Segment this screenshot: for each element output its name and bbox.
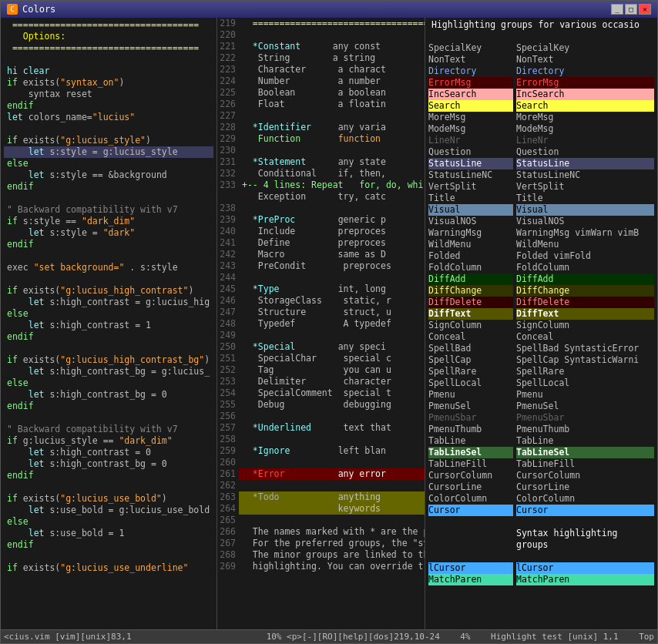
hl-demo: LineNr xyxy=(516,135,654,146)
hl-row: SpellRare SpellRare xyxy=(428,366,654,377)
code-line xyxy=(4,123,213,135)
hl-row: Directory Directory xyxy=(428,65,654,77)
code-line: endif xyxy=(4,181,213,193)
hl-demo: SpellRare xyxy=(516,366,654,377)
code-line: *Type int, long xyxy=(239,283,425,295)
code-line: let s:use_bold = g:lucius_use_bold xyxy=(4,505,213,516)
hl-name: PmenuSbar xyxy=(428,412,513,424)
hl-name: SpellLocal xyxy=(428,377,513,389)
title-bar: C Colors _ □ ✕ xyxy=(1,1,657,18)
code-line: exec "set background=" . s:style xyxy=(4,262,213,273)
hl-name: CursorColumn xyxy=(428,470,513,481)
hl-name: WarningMsg xyxy=(428,227,513,239)
hl-demo xyxy=(516,551,654,562)
code-line xyxy=(239,480,425,491)
code-line: *PreProc generic p xyxy=(239,214,425,226)
hl-demo: SpellLocal xyxy=(516,377,654,389)
hl-row: PmenuSel PmenuSel xyxy=(428,401,654,412)
hl-demo: Folded vimFold xyxy=(516,250,654,262)
close-button[interactable]: ✕ xyxy=(639,4,651,15)
hl-row: CursorLine CursorLine xyxy=(428,481,654,493)
maximize-button[interactable]: □ xyxy=(625,4,637,15)
code-line: let s:style = g:lucius_style xyxy=(4,146,213,158)
hl-name: SpecialKey xyxy=(428,42,513,54)
code-line: Delimiter character xyxy=(239,376,425,387)
code-line: hi clear xyxy=(4,65,213,77)
hl-name: MoreMsg xyxy=(428,112,513,123)
code-line xyxy=(4,343,213,354)
title-controls: _ □ ✕ xyxy=(611,4,651,15)
hl-demo: DiffDelete xyxy=(516,297,654,308)
hl-demo: TabLineSel xyxy=(516,447,654,458)
code-line: Options: xyxy=(4,31,213,42)
hl-name: Cursor xyxy=(428,505,513,516)
hl-demo: MoreMsg xyxy=(516,112,654,123)
code-line: else xyxy=(4,377,213,389)
hl-demo: IncSearch xyxy=(516,89,654,100)
hl-demo: TabLineFill xyxy=(516,458,654,470)
hl-name: VertSplit xyxy=(428,181,513,193)
hl-name: WildMenu xyxy=(428,239,513,250)
hl-name: lCursor xyxy=(428,562,513,574)
hl-name: DiffText xyxy=(428,308,513,320)
code-line: endif xyxy=(4,100,213,112)
hl-row: Conceal Conceal xyxy=(428,331,654,343)
hl-demo: CursorLine xyxy=(516,481,654,493)
status-bar: <cius.vim [vim][unix]83,1 10% <p>[-][RO]… xyxy=(1,629,657,643)
code-line-error: *Error any error xyxy=(239,468,425,480)
hl-name: TabLine xyxy=(428,435,513,447)
hl-name: SpellCap xyxy=(428,354,513,366)
code-line: endif xyxy=(4,239,213,250)
editor-area: =================================== Opti… xyxy=(1,18,657,629)
hl-row xyxy=(428,551,654,562)
code-line xyxy=(239,515,425,526)
hl-name: Pmenu xyxy=(428,389,513,401)
hl-name: DiffDelete xyxy=(428,297,513,308)
hl-row: Title Title xyxy=(428,193,654,204)
code-line xyxy=(4,54,213,65)
code-line: let s:style == &background xyxy=(4,169,213,181)
hl-row: TabLineFill TabLineFill xyxy=(428,458,654,470)
code-line: Structure struct, u xyxy=(239,307,425,318)
code-line: let s:high_contrast_bg = 0 xyxy=(4,458,213,470)
hl-name: PmenuSel xyxy=(428,401,513,412)
hl-row: VertSplit VertSplit xyxy=(428,181,654,193)
hl-row xyxy=(428,516,654,528)
code-line: StorageClass static, r xyxy=(239,295,425,307)
hl-section-title: Syntax highlighting groups xyxy=(516,528,654,551)
code-line: Boolean a boolean xyxy=(239,87,425,99)
hl-row: Cursor Cursor xyxy=(428,505,654,516)
hl-demo: SignColumn xyxy=(516,320,654,331)
hl-name: TabLineSel xyxy=(428,447,513,458)
hl-row: StatusLine StatusLine xyxy=(428,158,654,169)
hl-name: IncSearch xyxy=(428,89,513,100)
code-line: Debug debugging xyxy=(239,399,425,411)
app-icon: C xyxy=(7,4,18,15)
hl-demo: FoldColumn xyxy=(516,262,654,273)
hl-row: CursorColumn CursorColumn xyxy=(428,470,654,481)
right-pane-title: Highlighting groups for various occasio xyxy=(428,19,654,31)
hl-name: StatusLine xyxy=(428,158,513,169)
hl-name: DiffAdd xyxy=(428,273,513,285)
code-line: *Special any speci xyxy=(239,341,425,353)
code-line: let s:high_contrast_bg = g:lucius_ xyxy=(4,366,213,377)
hl-row: PmenuThumb PmenuThumb xyxy=(428,424,654,435)
minimize-button[interactable]: _ xyxy=(611,4,623,15)
hl-row: TabLine TabLine xyxy=(428,435,654,447)
hl-demo: Pmenu xyxy=(516,389,654,401)
hl-name: SpellBad xyxy=(428,343,513,354)
code-line: highlighting. You can override t xyxy=(239,561,425,572)
middle-pane: 219 220 221 222 223 224 225 226 227 228 … xyxy=(217,18,425,629)
code-line xyxy=(239,272,425,283)
code-line: let s:high_contrast_bg = 0 xyxy=(4,389,213,401)
hl-name xyxy=(428,551,513,562)
hl-row: DiffText DiffText xyxy=(428,308,654,320)
hl-demo: TabLine xyxy=(516,435,654,447)
hl-row: ColorColumn ColorColumn xyxy=(428,493,654,505)
hl-name xyxy=(428,528,513,551)
right-pane: Highlighting groups for various occasio … xyxy=(425,18,657,629)
hl-row: SignColumn SignColumn xyxy=(428,320,654,331)
hl-demo: WarningMsg vimWarn vimB xyxy=(516,227,654,239)
hl-demo: Title xyxy=(516,193,654,204)
hl-name: SignColumn xyxy=(428,320,513,331)
